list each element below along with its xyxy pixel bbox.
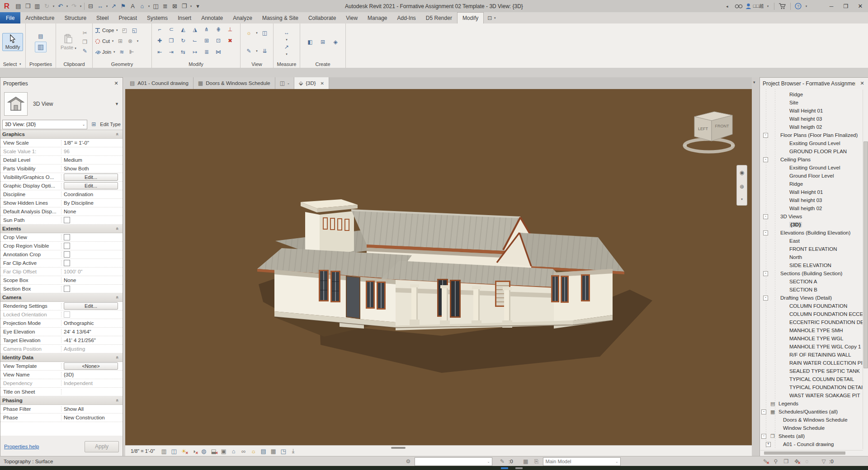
copy-clipboard-icon[interactable]: ❐ [80,38,90,46]
reveal-constraints-icon[interactable]: ⤓ [289,447,298,455]
active-option-icon[interactable]: ⎘ [532,458,541,465]
browser-item-wall-height-01[interactable]: Wall Height 01 [760,107,868,115]
browser-item-3d-views[interactable]: -3D Views [760,212,868,221]
app-store-cart-icon[interactable] [778,3,786,9]
property-value[interactable]: New Construction [61,415,123,420]
browser-item-column-foundation[interactable]: COLUMN FOUNDATION [760,302,868,310]
delete-icon[interactable]: ✖ [226,37,235,45]
browser-item-legends[interactable]: ▤Legends [760,400,868,408]
switch-windows-icon-caret[interactable]: ▾ [189,5,193,8]
tab-structure[interactable]: Structure [59,12,91,24]
collapse-chevron-icon[interactable]: « [115,227,120,230]
customize-qat-icon[interactable]: ▾ [193,1,203,11]
tab-d5-render[interactable]: D5 Render [421,12,457,24]
rotate-icon[interactable]: ↻ [179,37,188,45]
collapse-toggle-icon[interactable]: - [763,157,768,162]
property-value[interactable]: Show Both [61,166,123,171]
browser-hscrollbar[interactable] [760,450,863,456]
apply-button[interactable]: Apply [85,441,119,452]
undo-icon[interactable]: ↶ [56,1,65,11]
thin-lines-icon[interactable]: ≣ [160,1,170,11]
section-header-phasing[interactable]: Phasing« [0,396,123,405]
property-edit-button[interactable]: <None> [64,362,118,370]
close-button[interactable]: ✕ [854,2,866,11]
analytical-model-icon[interactable]: ▦ [269,447,278,455]
tab-systems[interactable]: Systems [142,12,173,24]
property-value[interactable] [61,234,123,240]
collapse-arrow-icon[interactable]: ◂ [722,1,732,11]
paste-button[interactable]: Paste ▾ [58,33,79,51]
property-value[interactable]: Orthographic [61,320,123,326]
default-3d-view-icon[interactable]: ⌂ [137,1,147,11]
default-3d-view-icon-caret[interactable]: ▾ [147,5,151,8]
property-value[interactable]: 1000' 0" [61,269,123,274]
section-header-graphics[interactable]: Graphics« [0,130,123,139]
collapse-toggle-icon[interactable]: - [761,409,766,414]
split-element-icon[interactable]: ⋔ [202,25,211,33]
collapse-toggle-icon[interactable]: - [763,296,768,301]
browser-item-site[interactable]: Site [760,99,868,107]
paint-icon[interactable]: ⊗ [126,37,135,45]
tab-modify[interactable]: Modify [457,12,484,24]
view-tab--3d-[interactable]: ⬙{3D}✕ [294,77,329,89]
measure-icon[interactable]: ↔ [95,1,105,11]
tab-file[interactable]: File [0,12,20,24]
design-option-combobox[interactable]: Main Model⌄ [543,457,621,466]
browser-item-typical-foundation-detai[interactable]: TYPICAL FOUNDATION DETAI [760,383,868,391]
property-checkbox[interactable] [64,286,70,292]
help-icon[interactable]: ? [795,3,802,9]
type-combobox[interactable]: 3D View: {3D}⌄ [2,120,87,129]
property-value[interactable]: 24' 4 13/64" [61,329,123,334]
worksets-icon[interactable]: ⚙ [404,458,413,465]
property-value[interactable]: Adjusting [61,346,123,352]
trim-single-icon[interactable]: ⇤ [155,48,164,56]
view-tab-close-icon[interactable]: ✕ [321,81,324,86]
property-value[interactable]: <None> [61,362,123,370]
tab-architecture[interactable]: Architecture [20,12,59,24]
type-selector[interactable]: 3D View ▼ [0,89,123,119]
section-icon[interactable]: ◫ [151,1,160,11]
ribbon-display-toggle[interactable]: ⊡▾ [487,12,497,24]
select-links-icon[interactable]: ❐ [782,458,791,465]
create-group-icon[interactable]: ⊞ [318,38,327,46]
reveal-hidden-icon[interactable]: ☼ [249,447,258,455]
property-checkbox[interactable] [64,234,70,240]
show-scale-icon[interactable]: ▥ [160,447,169,455]
cope-tool[interactable]: Cope▾ ◰ ◱ [94,25,150,36]
panel-measure-label[interactable]: Measure [274,61,300,68]
tab-manage[interactable]: Manage [363,12,392,24]
align-icon[interactable]: ⌐ [155,25,164,33]
measure-icon-caret[interactable]: ▾ [105,5,109,8]
temporary-hide-isolate-icon[interactable]: ∞ [239,447,248,455]
property-checkbox[interactable] [64,311,70,318]
zoom-icon[interactable]: ⊕ [740,183,744,190]
wall-join-icon[interactable]: ◱ [130,26,139,34]
browser-splitter[interactable]: ▾ [752,77,760,456]
sync-icon-caret[interactable]: ▾ [52,5,56,8]
collapse-toggle-icon[interactable]: - [763,214,768,219]
temporary-view-properties-icon[interactable]: ▤ [259,447,268,455]
property-checkbox[interactable] [64,260,70,266]
mirror-pick-axis-icon[interactable]: ◭ [179,25,188,33]
view-tab--[interactable]: ◫- [275,77,294,89]
move-icon[interactable]: ✚ [155,37,164,45]
property-value[interactable] [61,251,123,258]
split-face-icon[interactable]: ≋ [117,48,126,56]
browser-vscrollbar[interactable] [863,89,868,449]
tag-icon[interactable]: ⚑ [118,1,128,11]
collapse-chevron-icon[interactable]: « [115,399,120,402]
panel-modify-label[interactable]: Modify [152,61,240,68]
properties-help-link[interactable]: Properties help [4,444,39,449]
extend-icon[interactable]: ↦ [190,48,199,56]
browser-item-schedules-quantities-all-[interactable]: -▦Schedules/Quantities (all) [760,408,868,416]
expand-toggle-icon[interactable]: + [766,442,771,447]
print-icon[interactable]: ⊟ [86,1,95,11]
property-value[interactable]: None [61,277,123,283]
collapse-chevron-icon[interactable]: « [115,296,120,299]
property-value[interactable] [61,311,123,318]
property-edit-button[interactable]: Edit... [64,182,118,189]
family-types-icon[interactable]: ▤ [36,32,45,40]
property-checkbox[interactable] [64,217,70,223]
section-header-identity-data[interactable]: Identity Data« [0,353,123,362]
navbar-caret-icon[interactable]: ▾ [740,197,744,201]
